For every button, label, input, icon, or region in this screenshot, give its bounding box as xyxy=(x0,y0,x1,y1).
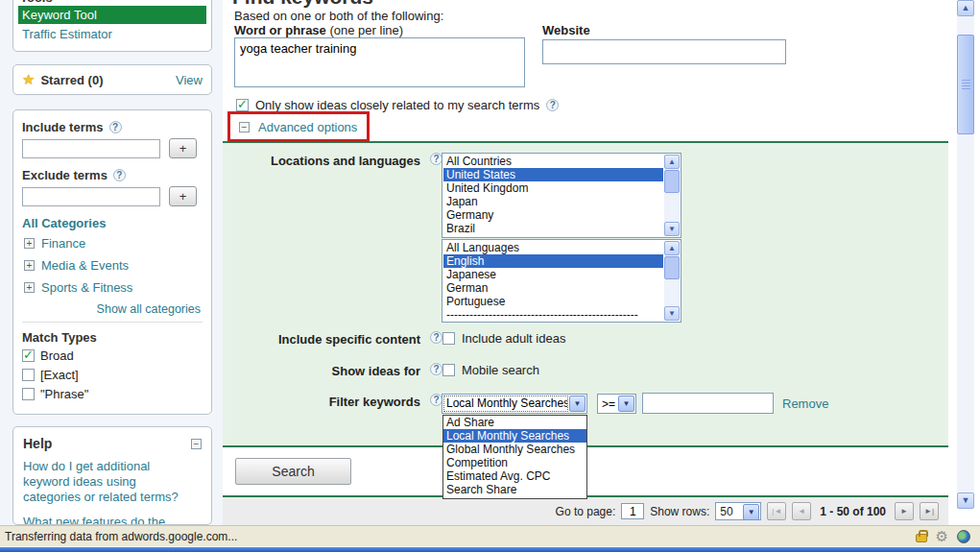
filter-metric-dropdown[interactable]: Ad ShareLocal Monthly SearchesGlobal Mon… xyxy=(442,415,587,499)
dropdown-option[interactable]: Estimated Avg. CPC xyxy=(443,469,586,483)
match-type-exact[interactable]: [Exact] xyxy=(22,368,203,382)
help-link[interactable]: How do I get additional keyword ideas us… xyxy=(23,459,194,505)
lock-icon xyxy=(916,534,927,542)
search-button[interactable]: Search xyxy=(235,458,351,485)
show-all-categories-link[interactable]: Show all categories xyxy=(97,302,201,316)
filter-operator-select[interactable]: >= ▼ xyxy=(597,394,636,414)
dropdown-arrow-icon[interactable]: ▼ xyxy=(743,504,759,520)
exclude-terms-add-button[interactable]: + xyxy=(169,186,197,206)
scroll-down-icon[interactable]: ▼ xyxy=(957,492,974,509)
country-option[interactable]: United States xyxy=(443,168,663,181)
first-page-button[interactable]: |◄ xyxy=(767,502,786,520)
category-sports-fitness[interactable]: + Sports & Fitness xyxy=(24,280,203,295)
exclude-terms-label: Exclude terms ? xyxy=(22,168,203,182)
language-option[interactable]: All Languages xyxy=(443,241,663,254)
page-scrollbar[interactable]: ▲ ▼ xyxy=(957,0,974,509)
locations-languages-label: Locations and languages xyxy=(223,154,420,168)
keywords-textarea[interactable]: yoga teacher training xyxy=(234,37,525,87)
adult-ideas-checkbox[interactable] xyxy=(442,332,455,345)
filters-panel: Include terms ? + Exclude terms ? + All … xyxy=(12,109,212,415)
exact-checkbox[interactable] xyxy=(22,369,35,381)
scrollbar-grip xyxy=(962,80,970,89)
dropdown-arrow-icon[interactable]: ▼ xyxy=(569,396,586,412)
divider xyxy=(22,322,203,323)
scroll-up-icon[interactable]: ▲ xyxy=(664,241,680,255)
dropdown-option[interactable]: Ad Share xyxy=(443,416,586,429)
starred-panel: ★ Starred (0) View xyxy=(12,64,212,95)
country-option[interactable]: Brazil xyxy=(443,222,663,235)
listbox-scrollbar: ▲ ▼ xyxy=(664,155,680,236)
remove-filter-link[interactable]: Remove xyxy=(782,396,828,411)
globe-icon xyxy=(957,530,970,543)
dropdown-option[interactable]: Search Share xyxy=(443,483,586,496)
category-finance[interactable]: + Finance xyxy=(24,236,203,251)
scroll-up-icon[interactable]: ▲ xyxy=(664,155,680,169)
starred-view-link[interactable]: View xyxy=(176,73,203,87)
match-type-phrase[interactable]: "Phrase" xyxy=(22,387,203,401)
sidebar-item-keyword-tool[interactable]: Keyword Tool xyxy=(18,6,206,24)
phrase-checkbox[interactable] xyxy=(22,388,35,400)
help-icon[interactable]: ? xyxy=(109,121,122,133)
related-checkbox-row: Only show ideas closely related to my se… xyxy=(236,98,559,112)
annotation-red-box xyxy=(227,111,370,142)
gear-icon: ⚙ xyxy=(936,529,948,543)
collapse-icon[interactable]: − xyxy=(191,439,202,449)
filter-metric-select[interactable]: Local Monthly Searches ▼ xyxy=(442,394,587,414)
include-terms-add-button[interactable]: + xyxy=(169,138,197,158)
match-types-heading: Match Types xyxy=(22,330,203,345)
language-option[interactable]: Japanese xyxy=(443,268,663,281)
adult-ideas-row: Include adult ideas xyxy=(442,331,565,346)
help-icon[interactable]: ? xyxy=(430,331,442,344)
match-type-broad[interactable]: Broad xyxy=(22,348,203,363)
tools-panel: Tools Keyword Tool Traffic Estimator xyxy=(12,0,212,52)
dropdown-option[interactable]: Global Monthly Searches xyxy=(443,443,586,456)
country-option[interactable]: Japan xyxy=(443,195,663,208)
exclude-terms-input[interactable] xyxy=(22,187,160,206)
show-ideas-label: Show ideas for xyxy=(223,364,420,378)
dropdown-option[interactable]: Local Monthly Searches xyxy=(443,429,586,443)
status-text: Transferring data from adwords.google.co… xyxy=(0,530,916,543)
scroll-up-icon[interactable]: ▲ xyxy=(957,0,974,16)
mobile-search-checkbox[interactable] xyxy=(442,364,455,376)
rows-per-page-select[interactable]: 50 ▼ xyxy=(715,502,761,520)
country-option[interactable]: United Kingdom xyxy=(443,181,663,195)
category-media-events[interactable]: + Media & Events xyxy=(24,258,203,273)
dropdown-arrow-icon[interactable]: ▼ xyxy=(618,396,634,412)
language-option[interactable]: German xyxy=(443,281,663,295)
scrollbar-thumb[interactable] xyxy=(664,256,680,279)
expand-icon[interactable]: + xyxy=(24,260,35,271)
previous-page-button[interactable]: ◄ xyxy=(792,502,811,520)
last-page-button[interactable]: ►| xyxy=(920,502,939,520)
help-link[interactable]: What new features do the xyxy=(23,515,194,525)
country-option[interactable]: All Countries xyxy=(443,155,663,168)
countries-listbox[interactable]: All CountriesUnited StatesUnited Kingdom… xyxy=(442,153,681,238)
expand-icon[interactable]: + xyxy=(24,238,35,249)
adwords-keyword-tool-screen: Tools Keyword Tool Traffic Estimator ★ S… xyxy=(0,0,980,552)
include-terms-input[interactable] xyxy=(22,139,160,158)
sidebar-item-traffic-estimator[interactable]: Traffic Estimator xyxy=(18,25,206,43)
country-option[interactable]: Germany xyxy=(443,208,663,222)
scroll-down-icon[interactable]: ▼ xyxy=(664,222,680,236)
help-icon[interactable]: ? xyxy=(546,99,559,111)
related-checkbox[interactable] xyxy=(236,99,249,111)
help-icon[interactable]: ? xyxy=(113,169,126,181)
page-number-input[interactable] xyxy=(621,503,644,519)
language-option[interactable]: ----------------------------------------… xyxy=(443,308,663,322)
dropdown-option[interactable]: Competition xyxy=(443,456,586,469)
help-panel: Help − How do I get additional keyword i… xyxy=(12,426,212,525)
help-icon[interactable]: ? xyxy=(430,363,442,375)
scrollbar-thumb[interactable] xyxy=(664,170,680,193)
scroll-down-icon[interactable]: ▼ xyxy=(664,306,680,321)
languages-listbox[interactable]: All LanguagesEnglishJapaneseGermanPortug… xyxy=(442,239,681,323)
help-title: Help xyxy=(23,436,52,451)
website-input[interactable] xyxy=(542,39,786,64)
broad-checkbox[interactable] xyxy=(22,349,35,362)
filter-value-input[interactable] xyxy=(642,393,774,414)
language-option[interactable]: English xyxy=(443,254,663,268)
listbox-scrollbar: ▲ ▼ xyxy=(664,241,680,321)
filter-keywords-label: Filter keywords xyxy=(223,395,420,409)
expand-icon[interactable]: + xyxy=(24,282,35,293)
next-page-button[interactable]: ► xyxy=(895,502,914,520)
scrollbar-thumb[interactable] xyxy=(957,35,974,134)
language-option[interactable]: Portuguese xyxy=(443,295,663,308)
